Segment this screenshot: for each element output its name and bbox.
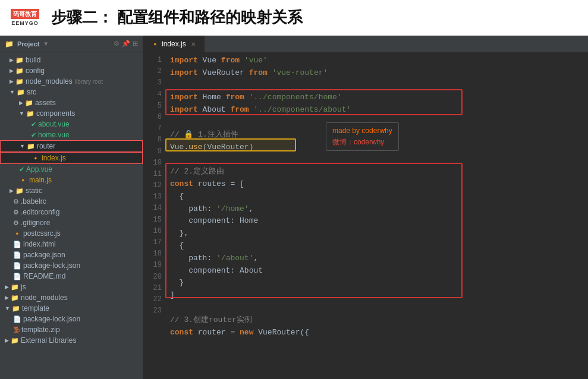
folder-icon: 📁 xyxy=(25,99,33,107)
code-line: // 3.创建router实例 xyxy=(170,314,583,327)
html-file-icon: 📄 xyxy=(13,241,21,248)
list-item[interactable]: ▶ 📁 static xyxy=(0,185,143,196)
chevron-right-icon: ▶ xyxy=(19,100,23,106)
code-line: import About from '../components/about' xyxy=(170,104,583,116)
sidebar-title: Project xyxy=(17,40,39,48)
list-item[interactable]: 📄 index.html xyxy=(0,239,143,249)
folder-icon: 📁 xyxy=(15,67,24,75)
list-item[interactable]: 📄 package-lock.json xyxy=(0,260,143,271)
folder-icon: 📁 xyxy=(27,143,35,150)
logo-box: 码哥教育 xyxy=(11,9,39,19)
list-item[interactable]: ▼ 📁 components xyxy=(0,108,143,119)
list-item[interactable]: ▶ 📁 assets xyxy=(0,97,143,108)
list-item[interactable]: 📄 README.md xyxy=(0,271,143,282)
logo-area: 码哥教育 EEMYGO xyxy=(7,9,43,26)
folder-icon: 📁 xyxy=(12,305,20,312)
code-line: const routes = [ xyxy=(170,178,583,191)
chevron-down-icon: ▼ xyxy=(10,89,15,95)
list-item[interactable]: ▶ 📁 node_modules library root xyxy=(0,76,143,87)
chevron-down-icon: ▼ xyxy=(5,305,10,311)
config-file-icon: ⚙ xyxy=(13,209,19,216)
tab-indexjs[interactable]: 🔸 index.js ✕ xyxy=(143,36,205,52)
code-line: import Vue from 'vue' xyxy=(170,55,583,67)
pin-icon[interactable]: 📌 xyxy=(122,40,130,48)
list-item[interactable]: 📄 package.json xyxy=(0,249,143,260)
annotation-weibo: 微博：coderwhy xyxy=(332,137,392,148)
js-tab-icon: 🔸 xyxy=(151,40,159,48)
code-line: { xyxy=(170,240,583,252)
folder-icon: 📁 xyxy=(15,56,24,64)
list-item[interactable]: ⚙ .gitignore xyxy=(0,217,143,228)
list-item[interactable]: ▼ 📁 src xyxy=(0,87,143,97)
list-item[interactable]: 🔸 main.js xyxy=(0,175,143,185)
line-numbers: 1 2 3 4 5 6 7 8 9 10 11 12 13 14 15 16 1… xyxy=(143,52,165,379)
list-item[interactable]: ▶ 📁 build xyxy=(0,55,143,65)
code-line: path : '/about' , xyxy=(170,252,583,265)
json-file-icon: 📄 xyxy=(13,315,21,323)
annotation-madeby: made by coderwhy xyxy=(332,125,392,137)
chevron-right-icon: ▶ xyxy=(5,337,9,343)
json-file-icon: 📄 xyxy=(13,251,21,259)
code-line: }, xyxy=(170,228,583,240)
code-line xyxy=(170,302,583,314)
code-line: // 2.定义路由 xyxy=(170,166,583,178)
list-item[interactable]: 🗜 template.zip xyxy=(0,324,143,335)
list-item[interactable]: ▶ 📁 node_modules xyxy=(0,292,143,303)
md-file-icon: 📄 xyxy=(13,273,21,280)
list-item[interactable]: 📄 package-lock.json xyxy=(0,314,143,324)
git-file-icon: ⚙ xyxy=(13,219,19,227)
zip-file-icon: 🗜 xyxy=(13,326,20,333)
chevron-right-icon: ▶ xyxy=(5,295,9,301)
code-line: component : About xyxy=(170,265,583,277)
vue-file-icon: ✔ xyxy=(31,121,36,128)
list-item[interactable]: 🔸 postcssrc.js xyxy=(0,228,143,239)
js-file-icon: 🔸 xyxy=(13,230,21,238)
ide-sidebar: 📁 Project ▼ ⚙ 📌 ⊞ ▶ 📁 build ▶ 📁 xyxy=(0,36,143,379)
folder-icon: 📁 xyxy=(11,283,19,291)
code-content: import Vue from 'vue' import VueRouter f… xyxy=(165,52,588,379)
chevron-right-icon: ▶ xyxy=(10,57,14,63)
folder-icon: 📁 xyxy=(15,187,24,195)
code-line: } xyxy=(170,277,583,289)
code-line: ] xyxy=(170,289,583,302)
js-file-icon: 🔸 xyxy=(32,154,40,162)
vue-file-icon: ✔ xyxy=(19,166,24,173)
json-file-icon: 📄 xyxy=(13,262,21,270)
list-item[interactable]: ✔ App.vue xyxy=(0,164,143,175)
list-item[interactable]: ✔ home.vue xyxy=(0,130,143,140)
list-item-external-libraries[interactable]: ▶ 📁 External Libraries xyxy=(0,335,143,346)
folder-icon: 📁 xyxy=(17,89,25,96)
code-line: path : '/home' , xyxy=(170,203,583,216)
list-item-indexjs[interactable]: 🔸 index.js xyxy=(0,152,143,164)
list-item[interactable]: ▶ 📁 config xyxy=(0,65,143,76)
vue-file-icon: ✔ xyxy=(31,131,36,139)
code-line xyxy=(170,80,583,92)
sidebar-toolbar: 📁 Project ▼ ⚙ 📌 ⊞ xyxy=(0,36,143,52)
expand-icon[interactable]: ⊞ xyxy=(133,40,138,48)
list-item-template[interactable]: ▼ 📁 template xyxy=(0,303,143,314)
folder-icon: 📁 xyxy=(15,78,24,86)
list-item[interactable]: ▶ 📁 js xyxy=(0,282,143,292)
main-area: 📁 Project ▼ ⚙ 📌 ⊞ ▶ 📁 build ▶ 📁 xyxy=(0,36,588,379)
gear-icon[interactable]: ⚙ xyxy=(114,40,120,48)
list-item[interactable]: ✔ about.vue xyxy=(0,119,143,130)
code-area: 1 2 3 4 5 6 7 8 9 10 11 12 13 14 15 16 1… xyxy=(143,52,588,379)
logo-sub: EEMYGO xyxy=(11,20,39,26)
code-line: component : Home xyxy=(170,215,583,228)
chevron-right-icon: ▶ xyxy=(10,188,14,194)
code-line: { xyxy=(170,191,583,203)
chevron-down-icon: ▼ xyxy=(20,143,25,149)
code-line: const router = new VueRouter({ xyxy=(170,327,583,339)
list-item[interactable]: ⚙ .babelrc xyxy=(0,196,143,207)
list-item-router[interactable]: ▼ 📁 router xyxy=(0,140,143,152)
ide-editor: 🔸 index.js ✕ 1 2 3 4 5 6 7 8 9 10 11 12 … xyxy=(143,36,588,379)
code-line: import Home from '../components/home' xyxy=(170,91,583,104)
tab-close-button[interactable]: ✕ xyxy=(191,41,196,48)
editor-tabs: 🔸 index.js ✕ xyxy=(143,36,588,52)
code-line: import VueRouter from 'vue-router' xyxy=(170,67,583,80)
chevron-right-icon: ▶ xyxy=(5,284,9,290)
list-item[interactable]: ⚙ .editorconfig xyxy=(0,207,143,217)
folder-icon: 📁 xyxy=(11,294,19,302)
js-file-icon: 🔸 xyxy=(19,176,27,184)
annotation-box: made by coderwhy 微博：coderwhy xyxy=(326,122,399,151)
